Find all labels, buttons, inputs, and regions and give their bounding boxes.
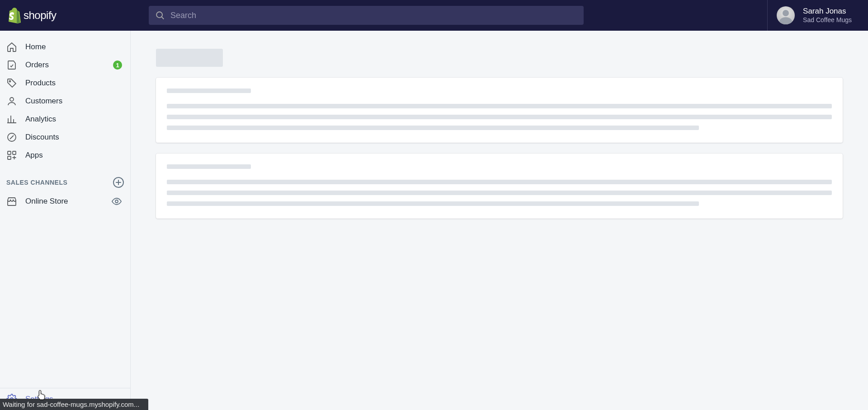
nav-customers[interactable]: Customers bbox=[0, 92, 130, 110]
skeleton-heading bbox=[167, 89, 251, 93]
svg-rect-7 bbox=[8, 156, 11, 159]
sales-channels-title: SALES CHANNELS bbox=[6, 179, 67, 186]
main-content bbox=[131, 31, 868, 410]
status-bar: Waiting for sad-coffee-mugs.myshopify.co… bbox=[0, 399, 148, 410]
products-icon bbox=[6, 78, 17, 89]
nav-label: Customers bbox=[25, 97, 62, 106]
skeleton-line bbox=[167, 191, 832, 195]
status-text: Waiting for sad-coffee-mugs.myshopify.co… bbox=[3, 401, 139, 408]
eye-icon bbox=[111, 196, 122, 207]
svg-point-2 bbox=[9, 81, 11, 82]
nav-discounts[interactable]: Discounts bbox=[0, 128, 130, 146]
analytics-icon bbox=[6, 114, 17, 125]
view-store-button[interactable] bbox=[111, 196, 122, 207]
search-input[interactable] bbox=[170, 11, 577, 20]
nav-orders[interactable]: Orders 1 bbox=[0, 56, 130, 74]
nav-label: Products bbox=[25, 79, 56, 88]
skeleton-line bbox=[167, 180, 832, 184]
shopify-bag-icon bbox=[6, 7, 21, 23]
apps-icon bbox=[6, 150, 17, 161]
skeleton-card bbox=[156, 78, 843, 143]
skeleton-line bbox=[167, 104, 832, 108]
nav-products[interactable]: Products bbox=[0, 74, 130, 92]
skeleton-page-title bbox=[156, 49, 223, 67]
nav-channels: Online Store bbox=[0, 192, 130, 210]
svg-rect-5 bbox=[8, 151, 11, 154]
sidebar: Home Orders 1 Products Customers bbox=[0, 31, 131, 410]
nav-primary: Home Orders 1 Products Customers bbox=[0, 38, 130, 164]
sales-channels-header: SALES CHANNELS bbox=[0, 172, 130, 192]
nav-online-store[interactable]: Online Store bbox=[0, 192, 130, 210]
nav-label: Analytics bbox=[25, 115, 56, 124]
shopify-logo[interactable]: shopify bbox=[6, 7, 57, 23]
nav-home[interactable]: Home bbox=[0, 38, 130, 56]
nav-analytics[interactable]: Analytics bbox=[0, 110, 130, 128]
skeleton-line bbox=[167, 126, 699, 130]
search-wrap bbox=[149, 6, 584, 25]
nav-apps[interactable]: Apps bbox=[0, 146, 130, 164]
svg-point-0 bbox=[156, 12, 162, 18]
user-menu[interactable]: Sarah Jonas Sad Coffee Mugs bbox=[767, 0, 868, 31]
nav-label: Home bbox=[25, 42, 46, 51]
skeleton-card bbox=[156, 154, 843, 219]
orders-badge: 1 bbox=[113, 61, 122, 70]
discounts-icon bbox=[6, 132, 17, 143]
orders-icon bbox=[6, 60, 17, 70]
svg-rect-6 bbox=[13, 151, 16, 154]
brand-name: shopify bbox=[24, 9, 57, 22]
home-icon bbox=[6, 42, 17, 52]
search-bar[interactable] bbox=[149, 6, 584, 25]
topbar: shopify Sarah Jonas Sad Coffee Mugs bbox=[0, 0, 868, 31]
avatar bbox=[777, 6, 795, 24]
add-channel-button[interactable] bbox=[113, 177, 124, 188]
body: Home Orders 1 Products Customers bbox=[0, 31, 868, 410]
user-text: Sarah Jonas Sad Coffee Mugs bbox=[803, 7, 852, 23]
skeleton-heading bbox=[167, 164, 251, 169]
skeleton-line bbox=[167, 115, 832, 119]
svg-line-1 bbox=[161, 17, 164, 19]
user-store: Sad Coffee Mugs bbox=[803, 16, 852, 24]
online-store-icon bbox=[6, 196, 17, 207]
plus-icon bbox=[116, 180, 121, 185]
nav-label: Discounts bbox=[25, 133, 59, 142]
svg-point-8 bbox=[115, 200, 118, 203]
search-icon bbox=[155, 10, 165, 20]
customers-icon bbox=[6, 96, 17, 107]
nav-label: Apps bbox=[25, 151, 43, 160]
nav-label: Online Store bbox=[25, 197, 68, 206]
skeleton-line bbox=[167, 201, 699, 206]
logo-area[interactable]: shopify bbox=[6, 7, 131, 23]
svg-point-3 bbox=[10, 98, 14, 101]
user-name: Sarah Jonas bbox=[803, 7, 852, 16]
nav-label: Orders bbox=[25, 61, 49, 70]
